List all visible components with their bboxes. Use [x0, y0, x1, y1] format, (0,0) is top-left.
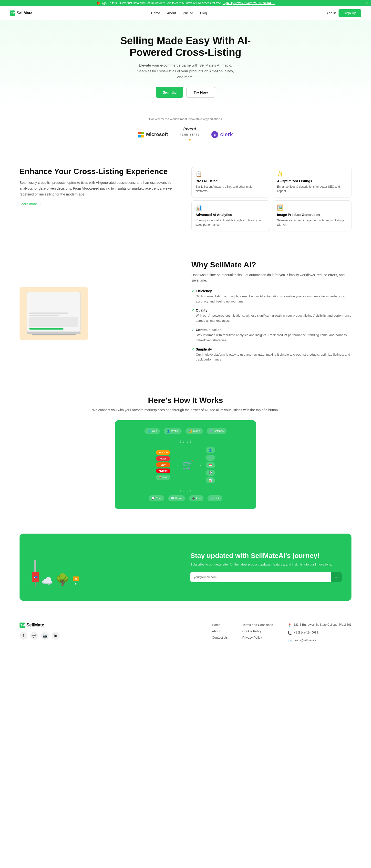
- svg-text:SM: SM: [10, 11, 15, 15]
- features-cards: 📋 Cross-Listing Easily list on Amazon, e…: [191, 167, 351, 231]
- footer-logo: SM SellMate: [20, 623, 197, 628]
- footer-cookie-link[interactable]: Cookie Policy: [242, 629, 262, 633]
- footer-contact: 📍 123 S Burrowes St, State College, PA 1…: [287, 623, 351, 644]
- banner-icon: 🎁: [96, 1, 100, 5]
- email-text: team@sellmate.ai: [294, 638, 317, 643]
- output-3: 📅: [206, 462, 215, 468]
- feature-card-ai-listings: ✨ AI-Optimized Listings Enhance titles &…: [273, 167, 351, 197]
- microsoft-grid-icon: [138, 132, 144, 137]
- learn-more-link[interactable]: Learn more: [20, 202, 41, 206]
- signin-button[interactable]: Sign In: [325, 11, 336, 15]
- email-submit-button[interactable]: →: [331, 572, 342, 582]
- bottom-1: 💬 Chat: [149, 495, 164, 501]
- clerk-circle-icon: c: [211, 131, 218, 138]
- simplicity-desc: Our intuitive platform is easy to use an…: [191, 352, 351, 363]
- features-section: Enhance Your Cross-Listing Experience Se…: [0, 152, 371, 246]
- microsoft-name: Microsoft: [146, 132, 168, 137]
- hero-signup-button[interactable]: Sign Up: [156, 87, 183, 98]
- mercari-badge: Mercari: [156, 468, 170, 473]
- quality-desc: With our AI-powered optimizations, witne…: [191, 313, 351, 323]
- ebay-badge: ebay: [156, 456, 170, 461]
- more-platform-badge: 📦 More: [156, 474, 170, 480]
- ai-listings-desc: Enhance titles & descriptions for better…: [277, 185, 347, 193]
- features-heading: Enhance Your Cross-Listing Experience: [20, 167, 180, 176]
- footer-home-link[interactable]: Home: [212, 623, 220, 627]
- tablet-image: [20, 287, 88, 340]
- cart-center-icon: 🛒: [182, 460, 194, 470]
- partners-label: Backed by the worlds most innovative org…: [5, 117, 366, 121]
- hero-try-button[interactable]: Try Now: [186, 87, 215, 98]
- analytics-icon: 📊: [196, 205, 266, 211]
- partners-section: Backed by the worlds most innovative org…: [0, 107, 371, 152]
- discord-icon[interactable]: 💬: [30, 632, 38, 640]
- hero-buttons: Sign Up Try Now: [5, 87, 366, 98]
- invent-text: invent: [183, 127, 196, 132]
- output-icons: 👤 🛒 📅 💬 📊: [206, 447, 215, 483]
- top-banner: 🎁 Sign Up for Our Product Beta and Get R…: [0, 0, 371, 6]
- newsletter-heading: Stay updated with SellMateAI's journey!: [190, 552, 342, 560]
- bottom-4: 🔗 Link: [207, 495, 222, 501]
- footer-phone: 📞 +1 (814)-424-5683: [287, 630, 351, 636]
- features-description: Seamlessly cross-list products, optimize…: [20, 180, 180, 197]
- phone-icon: 📞: [287, 630, 292, 636]
- why-item-quality: Quality With our AI-powered optimization…: [191, 308, 351, 323]
- address-icon: 📍: [287, 623, 292, 628]
- analytics-desc: Coming soon! Get actionable insights to …: [196, 218, 266, 227]
- newsletter-illustration: 📬 ☁️ 🌳 M AI: [29, 545, 181, 589]
- amazon-badge: amazon: [156, 450, 170, 455]
- instagram-icon[interactable]: 📷: [41, 632, 49, 640]
- navbar: SM SellMate Home About Pricing Blog Sign…: [0, 6, 371, 20]
- feature-card-image-gen: 🖼️ Image Product Generation Seamlessly c…: [273, 200, 351, 231]
- how-description: We connect you with your favorite market…: [10, 407, 361, 413]
- footer-address: 📍 123 S Burrowes St, State College, PA 1…: [287, 623, 351, 628]
- output-1: 👤: [206, 447, 215, 453]
- signup-nav-button[interactable]: Sign Up: [339, 9, 361, 17]
- tablet-wrapper: [27, 292, 81, 335]
- clerk-name: clerk: [220, 131, 233, 138]
- efficiency-desc: Ditch manual listing across platforms. L…: [191, 294, 351, 304]
- why-illustration: [20, 287, 180, 340]
- newsletter-section: 📬 ☁️ 🌳 M AI Stay updated with SellMateAI…: [20, 534, 351, 601]
- nav-pricing[interactable]: Pricing: [183, 11, 193, 15]
- footer-logo-text: SellMate: [26, 623, 44, 628]
- footer-contact-link[interactable]: Contact Us: [212, 636, 227, 639]
- why-section: Why SellMate AI? Dont waste time on manu…: [0, 246, 371, 381]
- image-gen-desc: Seamlessly convert images into rich prod…: [277, 218, 347, 227]
- output-5: 📊: [206, 477, 215, 483]
- footer-top: SM SellMate f 💬 📷 in Home About Contact …: [20, 623, 351, 644]
- partners-logos: Microsoft invent PENN STATE ✦ c clerk: [5, 127, 366, 142]
- diagram-middle-row: amazon ebay etsy Mercari 📦 More → 🛒 → 👤 …: [122, 447, 249, 483]
- footer-about-link[interactable]: About: [212, 629, 220, 633]
- nav-blog[interactable]: Blog: [200, 11, 207, 15]
- footer-socials: f 💬 📷 in: [20, 632, 197, 640]
- footer-privacy-link[interactable]: Privacy Policy: [242, 636, 262, 639]
- invent-pennstate-logo: invent PENN STATE ✦: [180, 127, 200, 142]
- output-2: 🛒: [206, 455, 215, 461]
- logo-icon: SM: [10, 10, 15, 16]
- footer-logo-icon: SM: [20, 623, 25, 628]
- nav-home[interactable]: Home: [151, 11, 160, 15]
- svg-text:SM: SM: [20, 623, 25, 627]
- why-item-communication: Communication Stay informed with real-ti…: [191, 328, 351, 343]
- linkedin-icon[interactable]: in: [52, 632, 60, 640]
- email-input[interactable]: [190, 572, 331, 582]
- footer-brand: SM SellMate f 💬 📷 in: [20, 623, 197, 644]
- diagram-bottom-row: 💬 Chat ✉️ Email ➕ Add 🔗 Link: [122, 495, 249, 501]
- banner-cta[interactable]: Sign Up Now & Claim Your Reward →: [223, 1, 275, 5]
- cross-listing-icon: 📋: [196, 171, 266, 177]
- diagram-badge-2: 👤 Profile: [164, 428, 181, 434]
- facebook-icon[interactable]: f: [20, 632, 27, 640]
- banner-close-button[interactable]: ✕: [365, 1, 368, 5]
- clerk-logo: c clerk: [211, 131, 233, 138]
- footer-terms-link[interactable]: Terms and Conditions: [242, 623, 273, 627]
- logo-text: SellMate: [17, 11, 32, 16]
- etsy-badge: etsy: [156, 462, 170, 467]
- hero-subtitle: Elevate your e-commerce game with SellMa…: [134, 62, 237, 80]
- nav-about[interactable]: About: [167, 11, 176, 15]
- nav-links: Home About Pricing Blog: [151, 11, 207, 16]
- diagram-top-row: 🌐 Web 👤 Profile 🖼️ Image ⚙️ Settings: [122, 428, 249, 434]
- how-section: Here's How It Works We connect you with …: [0, 381, 371, 524]
- nav-auth: Sign In Sign Up: [325, 9, 361, 17]
- efficiency-title: Efficiency: [191, 289, 351, 293]
- how-heading: Here's How It Works: [10, 396, 361, 405]
